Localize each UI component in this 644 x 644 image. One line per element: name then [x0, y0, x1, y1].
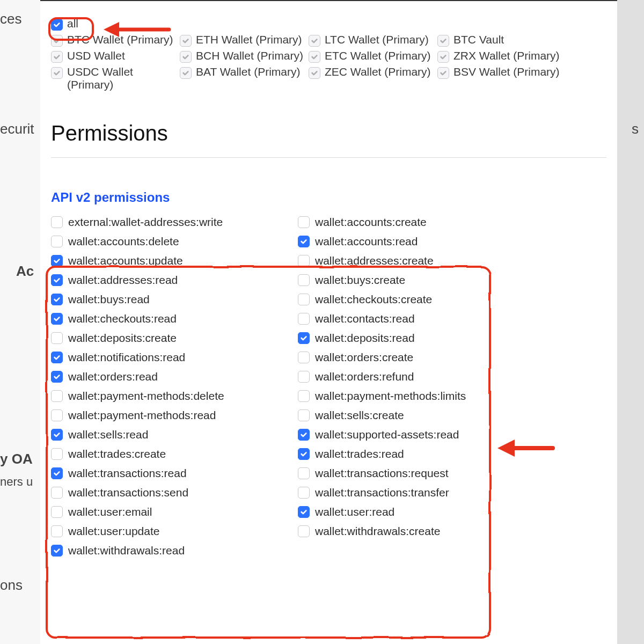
permission-checkbox[interactable]	[298, 236, 310, 247]
permission-item[interactable]: wallet:transactions:send	[51, 486, 298, 499]
permission-checkbox[interactable]	[298, 429, 310, 441]
permission-checkbox[interactable]	[51, 294, 63, 305]
permission-item[interactable]: wallet:accounts:create	[298, 216, 545, 229]
wallet-checkbox[interactable]	[51, 51, 63, 63]
wallet-item[interactable]: ETH Wallet (Primary)	[180, 33, 309, 46]
permission-checkbox[interactable]	[51, 274, 63, 286]
permission-item[interactable]: wallet:withdrawals:create	[298, 525, 545, 538]
permission-checkbox[interactable]	[51, 313, 63, 325]
permission-checkbox[interactable]	[51, 255, 63, 267]
wallet-checkbox[interactable]	[309, 51, 320, 63]
wallet-all-row[interactable]: all	[51, 17, 606, 30]
permission-item[interactable]: wallet:orders:refund	[298, 370, 545, 383]
permission-item[interactable]: wallet:orders:create	[298, 351, 545, 364]
wallet-item[interactable]: LTC Wallet (Primary)	[309, 33, 437, 46]
permission-item[interactable]: wallet:deposits:create	[51, 332, 298, 345]
permission-label: wallet:transactions:send	[68, 486, 188, 499]
permission-item[interactable]: wallet:payment-methods:limits	[298, 390, 545, 402]
permission-item[interactable]: wallet:payment-methods:delete	[51, 390, 298, 402]
permission-item[interactable]: wallet:notifications:read	[51, 351, 298, 364]
permission-item[interactable]: wallet:trades:read	[298, 448, 545, 460]
wallet-checkbox[interactable]	[309, 67, 320, 79]
permission-checkbox[interactable]	[298, 409, 310, 421]
permission-checkbox[interactable]	[298, 294, 310, 305]
permission-checkbox[interactable]	[51, 390, 63, 402]
wallet-item[interactable]: BTC Vault	[437, 33, 566, 46]
permission-item[interactable]: wallet:orders:read	[51, 370, 298, 383]
permission-checkbox[interactable]	[51, 506, 63, 518]
wallet-checkbox[interactable]	[437, 51, 449, 63]
permission-item[interactable]: wallet:user:update	[51, 525, 298, 538]
permission-item[interactable]: wallet:buys:read	[51, 293, 298, 306]
permission-item[interactable]: wallet:sells:read	[51, 428, 298, 441]
permission-item[interactable]: wallet:transactions:transfer	[298, 486, 545, 499]
permission-item[interactable]: wallet:withdrawals:read	[51, 544, 298, 557]
wallet-checkbox[interactable]	[180, 51, 192, 63]
permission-checkbox[interactable]	[298, 274, 310, 286]
permission-checkbox[interactable]	[51, 467, 63, 479]
permission-item[interactable]: wallet:checkouts:read	[51, 312, 298, 325]
permission-item[interactable]: wallet:checkouts:create	[298, 293, 545, 306]
permission-checkbox[interactable]	[298, 525, 310, 537]
permission-checkbox[interactable]	[51, 332, 63, 344]
wallet-item[interactable]: ZEC Wallet (Primary)	[309, 65, 437, 91]
permission-checkbox[interactable]	[51, 236, 63, 247]
permission-item[interactable]: wallet:contacts:read	[298, 312, 545, 325]
permission-item[interactable]: wallet:addresses:create	[298, 254, 545, 267]
permission-checkbox[interactable]	[298, 313, 310, 325]
permission-checkbox[interactable]	[298, 216, 310, 228]
permission-item[interactable]: wallet:user:read	[298, 506, 545, 518]
permission-checkbox[interactable]	[51, 525, 63, 537]
wallet-item[interactable]: USD Wallet	[51, 49, 180, 62]
wallet-checkbox[interactable]	[180, 67, 192, 79]
wallet-item[interactable]: BTC Wallet (Primary)	[51, 33, 180, 46]
permission-checkbox[interactable]	[298, 255, 310, 267]
permission-checkbox[interactable]	[298, 448, 310, 460]
wallet-list: BTC Wallet (Primary)ETH Wallet (Primary)…	[51, 33, 606, 94]
permission-checkbox[interactable]	[51, 216, 63, 228]
permission-checkbox[interactable]	[298, 390, 310, 402]
wallet-item[interactable]: BAT Wallet (Primary)	[180, 65, 309, 91]
permission-checkbox[interactable]	[51, 352, 63, 363]
permission-label: wallet:accounts:read	[315, 235, 418, 248]
wallet-item[interactable]: BSV Wallet (Primary)	[437, 65, 566, 91]
wallet-checkbox[interactable]	[309, 35, 320, 47]
permission-checkbox[interactable]	[51, 545, 63, 557]
permission-item[interactable]: wallet:payment-methods:read	[51, 409, 298, 422]
wallet-checkbox[interactable]	[437, 67, 449, 79]
wallet-item[interactable]: ETC Wallet (Primary)	[309, 49, 437, 62]
permission-item[interactable]: wallet:supported-assets:read	[298, 428, 545, 441]
permission-checkbox[interactable]	[51, 487, 63, 499]
permission-label: wallet:payment-methods:delete	[68, 390, 224, 402]
checkbox-all[interactable]	[51, 19, 63, 31]
permission-checkbox[interactable]	[298, 352, 310, 363]
permission-checkbox[interactable]	[51, 429, 63, 441]
wallet-checkbox[interactable]	[437, 35, 449, 47]
permission-item[interactable]: wallet:transactions:request	[298, 467, 545, 480]
permission-checkbox[interactable]	[51, 409, 63, 421]
wallet-checkbox[interactable]	[51, 35, 63, 47]
permission-checkbox[interactable]	[298, 332, 310, 344]
permission-item[interactable]: wallet:user:email	[51, 506, 298, 518]
permission-item[interactable]: wallet:addresses:read	[51, 274, 298, 287]
wallet-item[interactable]: ZRX Wallet (Primary)	[437, 49, 566, 62]
permission-item[interactable]: wallet:deposits:read	[298, 332, 545, 345]
permission-checkbox[interactable]	[298, 506, 310, 518]
permission-item[interactable]: wallet:trades:create	[51, 448, 298, 460]
permission-item[interactable]: wallet:accounts:update	[51, 254, 298, 267]
permission-item[interactable]: external:wallet-addresses:write	[51, 216, 298, 229]
permission-item[interactable]: wallet:accounts:delete	[51, 235, 298, 248]
wallet-checkbox[interactable]	[180, 35, 192, 47]
permission-checkbox[interactable]	[298, 487, 310, 499]
wallet-item[interactable]: BCH Wallet (Primary)	[180, 49, 309, 62]
permission-item[interactable]: wallet:buys:create	[298, 274, 545, 287]
permission-item[interactable]: wallet:sells:create	[298, 409, 545, 422]
permission-item[interactable]: wallet:transactions:read	[51, 467, 298, 480]
wallet-checkbox[interactable]	[51, 67, 63, 79]
permission-checkbox[interactable]	[298, 371, 310, 383]
wallet-item[interactable]: USDC Wallet (Primary)	[51, 65, 180, 91]
permission-checkbox[interactable]	[51, 448, 63, 460]
permission-checkbox[interactable]	[51, 371, 63, 383]
permission-checkbox[interactable]	[298, 467, 310, 479]
permission-item[interactable]: wallet:accounts:read	[298, 235, 545, 248]
